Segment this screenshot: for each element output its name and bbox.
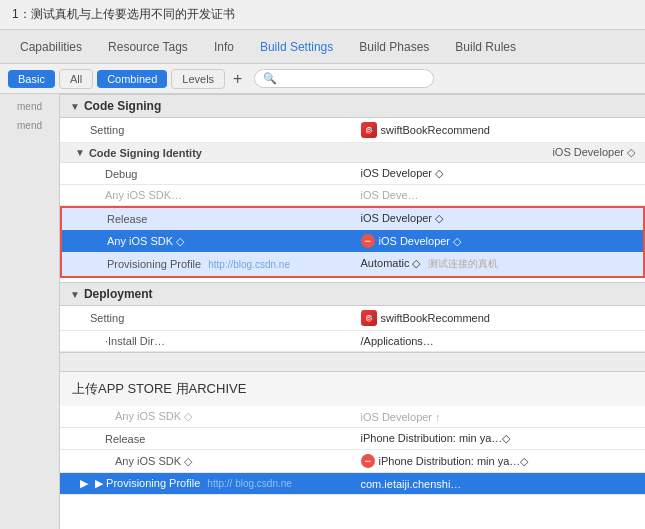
archive-any-ios2-value: iPhone Distribution: min ya…◇ (379, 455, 529, 468)
setting-value-text: swiftBookRecommend (381, 124, 490, 136)
deploy-setting-value: swiftBookRecommend (381, 312, 490, 324)
watermark-2: 测试连接的真机 (428, 258, 498, 269)
tab-build-phases[interactable]: Build Phases (347, 34, 441, 60)
highlighted-table: Release iOS Developer ◇ Any iOS SDK ◇ − … (62, 208, 643, 276)
left-sidebar: mend mend (0, 94, 60, 529)
archive-table: Any iOS SDK ◇ iOS Developer ↑ Release iP… (60, 406, 645, 495)
content-wrapper: ▼ Code Signing Setting 🎯 swiftBookRecomm… (60, 94, 645, 495)
debug-value-cell: iOS Developer ◇ (353, 163, 646, 185)
combined-button[interactable]: Combined (97, 70, 167, 88)
table-row-archive-release: Release iPhone Distribution: min ya…◇ (60, 428, 645, 450)
annotation-title: 1：测试真机与上传要选用不同的开发证书 (12, 7, 235, 21)
tab-resource-tags[interactable]: Resource Tags (96, 34, 200, 60)
provisioning-value: Automatic ◇ (361, 257, 421, 269)
archive-prov-play-icon: ▶ (80, 477, 88, 489)
content-area: ▼ Code Signing Setting 🎯 swiftBookRecomm… (60, 94, 645, 529)
code-signing-identity-header: ▼ Code Signing Identity iOS Developer ◇ (60, 143, 645, 163)
triangle-icon: ▼ (70, 101, 80, 112)
archive-header: 上传APP STORE 用ARCHIVE (60, 372, 645, 406)
table-row-debug: Debug iOS Developer ◇ (60, 163, 645, 185)
archive-release-label: Release (60, 428, 353, 450)
debug-value: iOS Developer ◇ (361, 167, 444, 179)
deployment-title: Deployment (84, 287, 153, 301)
archive-any-ios2-value-cell: − iPhone Distribution: min ya…◇ (353, 450, 646, 473)
minus-icon: − (361, 234, 375, 248)
any-ios-first-value: iOS Deve… (353, 185, 646, 206)
tab-bar: Capabilities Resource Tags Info Build Se… (0, 30, 645, 64)
table-row-provisioning: Provisioning Profile http://blog.csdn.ne… (62, 253, 643, 276)
basic-button[interactable]: Basic (8, 70, 55, 88)
table-row-archive-any-ios: Any iOS SDK ◇ − iPhone Distribution: min… (60, 450, 645, 473)
red-border-section: Release iOS Developer ◇ Any iOS SDK ◇ − … (60, 206, 645, 278)
identity-title: Code Signing Identity (89, 147, 202, 159)
setting-name-label: Setting (60, 118, 353, 143)
archive-prov-value: com.ietaiji.chenshi… (353, 473, 646, 495)
code-signing-table: Setting 🎯 swiftBookRecommend (60, 118, 645, 143)
all-button[interactable]: All (59, 69, 93, 89)
sidebar-label-1: mend (0, 98, 59, 115)
table-row: Setting 🎯 swiftBookRecommend (60, 118, 645, 143)
table-row-any-ios-second[interactable]: Any iOS SDK ◇ − iOS Developer ◇ (62, 230, 643, 253)
deploy-setting-value-cell: 🎯 swiftBookRecommend (353, 306, 646, 331)
table-row-archive-provisioning[interactable]: ▶ ▶ Provisioning Profile http:// blog.cs… (60, 473, 645, 495)
table-row-install-dir: ·Install Dir… /Applications… (60, 331, 645, 352)
debug-label: Debug (60, 163, 353, 185)
provisioning-label: Provisioning Profile http://blog.csdn.ne (62, 253, 353, 276)
watermark-bottom: http:// blog.csdn.ne (207, 478, 292, 489)
archive-any-ios-label: Any iOS SDK ◇ (60, 406, 353, 428)
top-annotation: 1：测试真机与上传要选用不同的开发证书 (0, 0, 645, 30)
identity-value: iOS Developer ◇ (552, 146, 635, 159)
table-row-archive-top: Any iOS SDK ◇ iOS Developer ↑ (60, 406, 645, 428)
deployment-header: ▼ Deployment (60, 282, 645, 306)
any-ios-second-value: iOS Developer ◇ (379, 235, 462, 248)
install-dir-label: ·Install Dir… (60, 331, 353, 352)
deployment-table: Setting 🎯 swiftBookRecommend ·Install Di… (60, 306, 645, 352)
install-dir-value: /Applications… (353, 331, 646, 352)
tab-info[interactable]: Info (202, 34, 246, 60)
watermark-1: http://blog.csdn.ne (208, 259, 290, 270)
archive-release-value: iPhone Distribution: min ya…◇ (353, 428, 646, 450)
any-ios-second-value-cell: − iOS Developer ◇ (353, 230, 644, 253)
deploy-setting-label: Setting (60, 306, 353, 331)
tab-capabilities[interactable]: Capabilities (8, 34, 94, 60)
search-icon: 🔍 (263, 72, 277, 85)
deployment-triangle: ▼ (70, 289, 80, 300)
tab-build-rules[interactable]: Build Rules (443, 34, 528, 60)
archive-title: 上传APP STORE 用ARCHIVE (72, 381, 246, 396)
search-box: 🔍 (254, 69, 434, 88)
main-content: mend mend ▼ Code Signing Setting (0, 94, 645, 529)
filter-bar: Basic All Combined Levels + 🔍 (0, 64, 645, 94)
identity-table: Debug iOS Developer ◇ Any iOS SDK… iOS D… (60, 163, 645, 206)
archive-prov-text: ▶ Provisioning Profile (95, 477, 200, 489)
release-value: iOS Developer ◇ (353, 208, 644, 230)
code-signing-title: Code Signing (84, 99, 161, 113)
search-input[interactable] (280, 73, 425, 85)
add-button[interactable]: + (229, 71, 246, 87)
tab-build-settings[interactable]: Build Settings (248, 34, 345, 60)
table-row-deploy-setting: Setting 🎯 swiftBookRecommend (60, 306, 645, 331)
any-ios-first-label: Any iOS SDK… (60, 185, 353, 206)
archive-any-ios-value: iOS Developer ↑ (353, 406, 646, 428)
table-row-release: Release iOS Developer ◇ (62, 208, 643, 230)
provisioning-value-cell: Automatic ◇ 测试连接的真机 (353, 253, 644, 276)
code-signing-header: ▼ Code Signing (60, 94, 645, 118)
sidebar-label-2: mend (0, 117, 59, 134)
page-container: 1：测试真机与上传要选用不同的开发证书 Capabilities Resourc… (0, 0, 645, 529)
release-label: Release (62, 208, 353, 230)
setting-value-cell: 🎯 swiftBookRecommend (353, 118, 646, 143)
provisioning-name-text: Provisioning Profile (107, 258, 201, 270)
any-ios-second-label: Any iOS SDK ◇ (62, 230, 353, 253)
separator (60, 352, 645, 372)
archive-any-ios2-label: Any iOS SDK ◇ (60, 450, 353, 473)
deploy-setting-icon: 🎯 (361, 310, 377, 326)
identity-triangle: ▼ (75, 147, 85, 158)
levels-button[interactable]: Levels (171, 69, 225, 89)
table-row-any-ios-first: Any iOS SDK… iOS Deve… (60, 185, 645, 206)
setting-icon: 🎯 (361, 122, 377, 138)
archive-minus-icon: − (361, 454, 375, 468)
archive-provisioning-label: ▶ ▶ Provisioning Profile http:// blog.cs… (60, 473, 353, 495)
